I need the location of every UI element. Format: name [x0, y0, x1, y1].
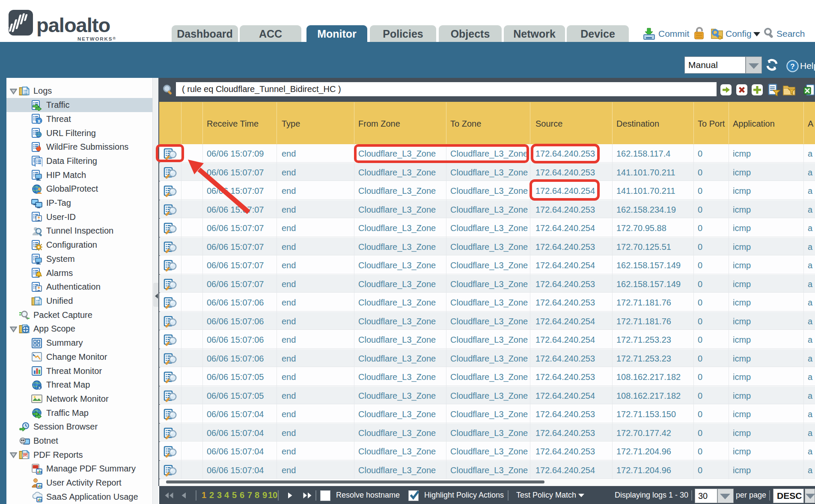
svg-text:x: x	[38, 118, 41, 124]
svg-text:PDF: PDF	[23, 454, 28, 457]
svg-text:?: ?	[790, 62, 794, 71]
svg-text:x: x	[38, 385, 40, 390]
